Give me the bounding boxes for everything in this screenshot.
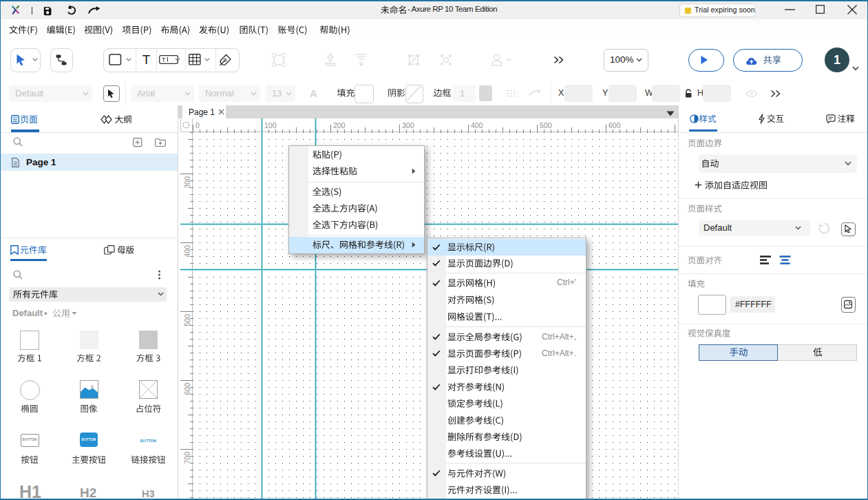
svg-text:400: 400 bbox=[471, 121, 483, 129]
svg-text:200: 200 bbox=[333, 121, 346, 129]
svg-text:400: 400 bbox=[183, 245, 191, 258]
svg-text:600: 600 bbox=[183, 383, 191, 395]
svg-text:0: 0 bbox=[195, 121, 200, 129]
svg-text:300: 300 bbox=[183, 176, 191, 189]
svg-text:300: 300 bbox=[402, 121, 414, 129]
svg-text:600: 600 bbox=[608, 121, 621, 129]
svg-text:700: 700 bbox=[183, 452, 191, 464]
svg-text:100: 100 bbox=[264, 121, 277, 129]
svg-text:500: 500 bbox=[183, 314, 191, 326]
svg-text:500: 500 bbox=[540, 121, 552, 129]
svg-text:T: T bbox=[162, 56, 166, 63]
